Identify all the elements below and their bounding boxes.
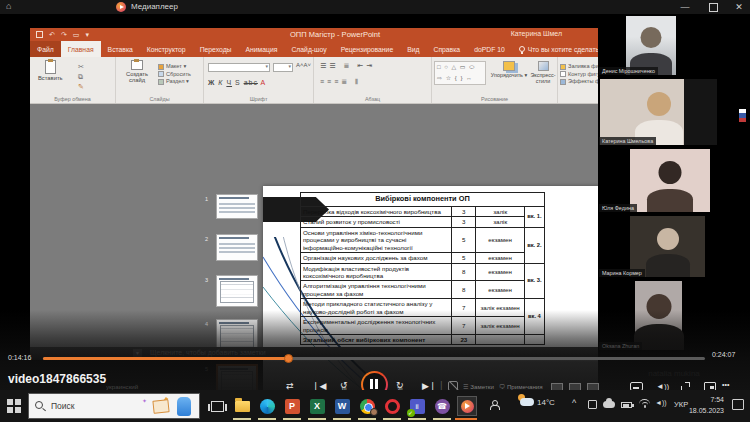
volume-tray-icon[interactable]: ◄)) bbox=[655, 399, 667, 406]
taskbar-viber-icon[interactable]: ☎ bbox=[430, 396, 454, 416]
slide-thumbnail-3[interactable] bbox=[216, 275, 258, 307]
home-icon[interactable]: ⌂ bbox=[6, 1, 11, 11]
taskbar-chrome-icon[interactable] bbox=[355, 396, 379, 416]
running-indicator bbox=[308, 418, 326, 420]
taskbar-edge-icon[interactable] bbox=[255, 396, 279, 416]
taskbar-opera-icon[interactable] bbox=[380, 396, 404, 416]
sparkle-icon: ✦ bbox=[142, 397, 147, 404]
new-slide-button[interactable]: Создать слайд bbox=[118, 60, 156, 83]
underline-button: Ч bbox=[226, 79, 232, 86]
seek-bar[interactable] bbox=[43, 357, 705, 360]
quick-styles-button[interactable]: Экспресс-стили bbox=[528, 60, 558, 84]
participant-tile[interactable]: Марина Кормер bbox=[598, 214, 750, 279]
ribbon-tabs: ФайлГлавнаяВставкаКонструкторПереходыАни… bbox=[30, 41, 640, 57]
people-icon[interactable] bbox=[490, 400, 498, 408]
taskbar-task-view-icon[interactable] bbox=[205, 396, 229, 416]
thumbnail-number: 3 bbox=[205, 277, 208, 283]
lists-buttons[interactable]: ☰☰ ≣ ⇤⇥ bbox=[320, 62, 375, 70]
tab-конструктор[interactable]: Конструктор bbox=[140, 41, 193, 57]
maximize-button[interactable] bbox=[702, 0, 724, 14]
minimize-button[interactable]: — bbox=[674, 0, 696, 14]
align-buttons[interactable]: ≡≡≡≣ ⫴ bbox=[320, 78, 361, 86]
table-row: Сталий розвиток у промисловості3залік bbox=[301, 217, 545, 227]
running-indicator bbox=[383, 418, 401, 420]
copy-icon[interactable]: ⧉ bbox=[78, 72, 84, 82]
total-time: 0:24:07 bbox=[712, 351, 735, 358]
arrange-icon bbox=[503, 61, 515, 71]
tab-файл[interactable]: Файл bbox=[30, 41, 61, 57]
participant-tile[interactable]: Юля Федина bbox=[598, 147, 750, 214]
participant-tile[interactable]: Катерина Шмельова bbox=[598, 77, 750, 147]
tab-справка[interactable]: Справка bbox=[426, 41, 467, 57]
action-center-icon[interactable] bbox=[732, 399, 744, 410]
cut-icon[interactable]: ✂ bbox=[78, 62, 84, 72]
layout-button[interactable]: Макет ▾ bbox=[158, 63, 191, 71]
taskbar-teams-icon[interactable]: ii✓ bbox=[405, 396, 429, 416]
search-icon bbox=[35, 401, 43, 409]
tab-переходы[interactable]: Переходы bbox=[193, 41, 239, 57]
search-placeholder: Поиск bbox=[51, 401, 75, 411]
paste-icon bbox=[45, 60, 56, 74]
book-illustration bbox=[152, 399, 169, 414]
participant-name: Денис Мірошниченко bbox=[599, 67, 658, 75]
shapes-gallery[interactable]: □ ○ △ ▭ ⬭ ⇨ ☆ { } ↔ bbox=[434, 61, 486, 85]
running-indicator bbox=[408, 418, 426, 420]
format-painter-icon[interactable]: ✎ bbox=[78, 82, 84, 92]
taskbar-powerpoint-icon[interactable]: P bbox=[280, 396, 304, 416]
section-button[interactable]: Раздел ▾ bbox=[158, 78, 191, 86]
grow-font-icon[interactable]: A˄A˅ bbox=[296, 62, 311, 68]
clock[interactable]: 7:54 18.05.2023 bbox=[689, 394, 724, 416]
table-row: Модифікація властивостей продуктів коксо… bbox=[301, 263, 545, 281]
battery-icon[interactable] bbox=[621, 402, 632, 408]
wifi-icon[interactable] bbox=[639, 399, 651, 408]
participant-name: Марина Кормер bbox=[599, 269, 645, 277]
font-name-select[interactable] bbox=[208, 63, 270, 72]
tab-dopdf-10[interactable]: doPDF 10 bbox=[467, 41, 512, 57]
flag-icon bbox=[739, 109, 746, 122]
tray-app-icon[interactable] bbox=[588, 400, 597, 409]
paragraph-group: ☰☰ ≣ ⇤⇥ ≡≡≡≣ ⫴ Абзац bbox=[314, 57, 432, 103]
bold-button: Ж bbox=[208, 79, 215, 86]
reset-button[interactable]: Сбросить bbox=[158, 71, 191, 79]
tab-что-вы-хотите-сделать?[interactable]: Что вы хотите сделать? bbox=[512, 41, 610, 57]
taskbar-search[interactable]: Поиск ✦ bbox=[28, 393, 200, 419]
arrange-button[interactable]: Упорядочить ▾ bbox=[489, 60, 529, 78]
onedrive-icon[interactable] bbox=[603, 401, 615, 408]
tab-главная[interactable]: Главная bbox=[61, 41, 101, 57]
taskbar: Поиск ✦ PXWii✓☎ 14°C ^ ◄)) УКР 7:54 18.0 bbox=[0, 390, 750, 422]
backpack-illustration bbox=[177, 397, 191, 416]
taskbar-excel-icon[interactable]: X bbox=[305, 396, 329, 416]
thumbnail-number: 1 bbox=[205, 196, 208, 202]
font-size-select[interactable] bbox=[273, 63, 293, 72]
running-indicator bbox=[283, 418, 301, 420]
running-indicator bbox=[358, 418, 376, 420]
clock-date: 18.05.2023 bbox=[689, 405, 724, 416]
taskbar-file-explorer-icon[interactable] bbox=[230, 396, 254, 416]
statusbar-notes-button[interactable]: ☰ Заметки bbox=[463, 383, 494, 390]
participant-name: Катерина Шмельова bbox=[599, 137, 656, 145]
statusbar-comments-button[interactable]: 🗨 Примечания bbox=[499, 383, 543, 390]
seek-handle[interactable] bbox=[284, 354, 293, 363]
participant-video bbox=[630, 149, 710, 212]
start-button[interactable] bbox=[7, 399, 21, 413]
slide-thumbnail-1[interactable] bbox=[216, 194, 258, 219]
tab-слайд-шоу[interactable]: Слайд-шоу bbox=[284, 41, 333, 57]
font-format-buttons[interactable]: Ж К Ч S abc A bbox=[208, 79, 266, 86]
show-hidden-icons-chevron[interactable]: ^ bbox=[572, 398, 576, 408]
paste-button[interactable]: Вставить bbox=[38, 60, 63, 81]
tab-вставка[interactable]: Вставка bbox=[101, 41, 140, 57]
taskbar-word-icon[interactable]: W bbox=[330, 396, 354, 416]
video-stage[interactable]: ↶ ↷ ▭ ▾ ОПП Магістр - PowerPoint Катерин… bbox=[0, 14, 750, 390]
language-indicator[interactable]: УКР bbox=[674, 400, 688, 409]
slide-thumbnail-2[interactable] bbox=[216, 234, 258, 261]
running-indicator bbox=[455, 418, 477, 420]
more-options-button[interactable]: ••• bbox=[722, 381, 729, 388]
tab-рецензирование[interactable]: Рецензирование bbox=[334, 41, 400, 57]
running-indicator bbox=[433, 418, 451, 420]
participant-tile[interactable]: Денис Мірошниченко bbox=[598, 14, 750, 77]
taskbar-media-player-icon[interactable] bbox=[455, 396, 479, 416]
tab-вид[interactable]: Вид bbox=[400, 41, 426, 57]
tab-анимация[interactable]: Анимация bbox=[239, 41, 285, 57]
clipboard-group: Вставить ✂ ⧉ ✎ Буфер обмена bbox=[30, 57, 116, 103]
close-button[interactable]: ✕ bbox=[728, 0, 750, 14]
